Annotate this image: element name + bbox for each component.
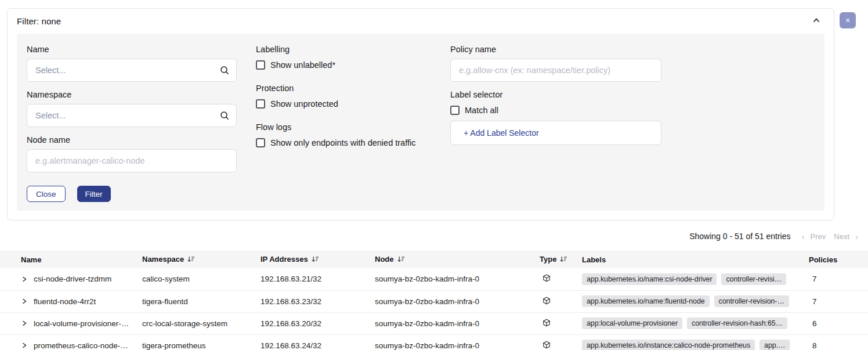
protection-section-label: Protection [256, 84, 447, 93]
filter-panel-header: Filter: none [8, 9, 834, 34]
endpoint-node: soumya-bz-0zbo-kadm-infra-0 [375, 275, 479, 283]
show-unlabelled-label: Show unlabelled* [270, 60, 335, 70]
show-unprotected-label: Show unprotected [270, 99, 338, 109]
endpoint-policies-count: 6 [812, 319, 817, 328]
filter-panel: Filter: none Name Namespace [7, 8, 834, 221]
column-header-node[interactable]: Node [375, 251, 540, 268]
endpoint-ip: 192.168.63.20/32 [261, 319, 321, 328]
label-chip: app.kubernetes.io/instance:calico-node-p… [582, 340, 755, 350]
chevron-left-icon[interactable]: ‹ [800, 232, 806, 241]
show-denied-traffic-checkbox[interactable] [256, 138, 265, 147]
column-header-policies: Policies [809, 251, 868, 268]
pagination: Showing 0 - 51 of 51 entries ‹ Prev Next… [689, 230, 860, 242]
endpoint-name[interactable]: fluentd-node-4rr2t [34, 297, 96, 306]
node-name-field-label: Node name [27, 135, 237, 145]
chevron-up-icon [812, 16, 821, 27]
search-icon [219, 65, 230, 78]
filter-column-middle: Labelling Show unlabelled* Protection Sh… [256, 45, 447, 161]
namespace-select-input[interactable] [27, 104, 237, 127]
show-unlabelled-checkbox[interactable] [256, 60, 265, 70]
table-header-row: Name Namespace IP Addresses Node Type La… [0, 251, 868, 268]
expand-row-chevron-right-icon[interactable] [21, 298, 28, 305]
column-header-name[interactable]: Name [0, 251, 142, 268]
endpoint-policies-count: 7 [812, 275, 817, 283]
dismiss-panel-button[interactable]: × [840, 12, 856, 28]
close-button[interactable]: Close [27, 186, 66, 202]
collapse-panel-button[interactable] [812, 16, 821, 27]
label-chip: app.kubernetes.io/name:fluentd-node [582, 295, 710, 307]
endpoint-name[interactable]: prometheus-calico-node-… [34, 341, 128, 350]
prev-page-button[interactable]: Prev [806, 232, 830, 241]
workload-endpoint-cube-icon [542, 342, 551, 350]
endpoint-ip: 192.168.63.23/32 [261, 297, 321, 306]
close-icon: × [845, 16, 850, 24]
label-chip: controller-revision-… [714, 295, 789, 307]
chevron-right-icon[interactable]: › [853, 232, 860, 241]
endpoint-node: soumya-bz-0zbo-kadm-infra-0 [375, 341, 479, 350]
table-row: fluentd-node-4rr2t tigera-fluentd 192.16… [0, 290, 868, 312]
show-unprotected-checkbox[interactable] [256, 99, 265, 109]
expand-row-chevron-right-icon[interactable] [21, 320, 28, 327]
label-chip: app:local-volume-provisioner [582, 317, 682, 329]
filter-column-left: Name Namespace Node name Close Filt [27, 45, 237, 202]
filter-column-right: Policy name Label selector Match all + A… [450, 45, 661, 145]
endpoint-namespace: calico-system [142, 275, 190, 283]
table-row: csi-node-driver-tzdmm calico-system 192.… [0, 268, 868, 290]
labelling-section-label: Labelling [256, 45, 447, 55]
sort-icon[interactable] [560, 255, 567, 265]
endpoint-policies-count: 7 [812, 297, 817, 306]
policy-name-field-label: Policy name [450, 45, 661, 55]
column-header-namespace[interactable]: Namespace [142, 251, 261, 268]
sort-icon[interactable] [397, 255, 405, 265]
match-all-checkbox[interactable] [450, 106, 460, 115]
label-chip: controller-revisi… [721, 273, 786, 285]
node-name-input[interactable] [27, 149, 237, 172]
endpoint-node: soumya-bz-0zbo-kadm-infra-0 [375, 297, 479, 306]
label-chip: app.kubernetes.io/name:csi-node-driver [582, 273, 717, 285]
table-row: prometheus-calico-node-… tigera-promethe… [0, 334, 868, 350]
filter-button[interactable]: Filter [77, 186, 111, 202]
workload-endpoint-cube-icon [542, 320, 551, 329]
sort-icon[interactable] [187, 255, 195, 265]
endpoints-table: Name Namespace IP Addresses Node Type La… [0, 251, 868, 350]
filter-form: Name Namespace Node name Close Filt [17, 34, 824, 211]
next-page-button[interactable]: Next [830, 232, 853, 241]
label-selector-section-label: Label selector [450, 90, 661, 100]
endpoint-namespace: tigera-prometheus [142, 341, 206, 350]
endpoint-namespace: crc-local-storage-system [142, 319, 227, 328]
endpoint-namespace: tigera-fluentd [142, 297, 188, 306]
endpoint-ip: 192.168.63.21/32 [261, 275, 321, 283]
endpoint-name[interactable]: local-volume-provisioner-… [34, 319, 129, 328]
endpoint-name[interactable]: csi-node-driver-tzdmm [34, 275, 111, 283]
namespace-field-label: Namespace [27, 90, 237, 100]
expand-row-chevron-right-icon[interactable] [21, 276, 28, 283]
entries-summary: Showing 0 - 51 of 51 entries [689, 232, 790, 241]
column-header-type[interactable]: Type [540, 251, 582, 268]
search-icon [219, 110, 230, 123]
filter-panel-title: Filter: none [17, 16, 61, 26]
workload-endpoint-cube-icon [542, 298, 551, 306]
sort-icon[interactable] [312, 255, 319, 265]
column-header-ip-addresses[interactable]: IP Addresses [261, 251, 375, 268]
endpoint-ip: 192.168.63.24/32 [261, 341, 321, 350]
endpoint-policies-count: 8 [812, 341, 817, 350]
label-chip: controller-revision-hash:65… [687, 317, 787, 329]
label-chip: app.… [760, 340, 790, 350]
name-field-label: Name [27, 45, 237, 55]
name-select-input[interactable] [27, 59, 237, 82]
flow-logs-section-label: Flow logs [256, 122, 447, 132]
expand-row-chevron-right-icon[interactable] [21, 342, 28, 349]
policy-name-input[interactable] [450, 59, 661, 82]
show-denied-traffic-label: Show only endpoints with denied traffic [270, 138, 415, 147]
workload-endpoint-cube-icon [542, 275, 551, 284]
add-label-selector-button[interactable]: + Add Label Selector [450, 121, 661, 145]
match-all-label: Match all [465, 106, 498, 115]
column-header-labels: Labels [582, 251, 809, 268]
table-row: local-volume-provisioner-… crc-local-sto… [0, 312, 868, 334]
endpoint-node: soumya-bz-0zbo-kadm-infra-0 [375, 319, 479, 328]
